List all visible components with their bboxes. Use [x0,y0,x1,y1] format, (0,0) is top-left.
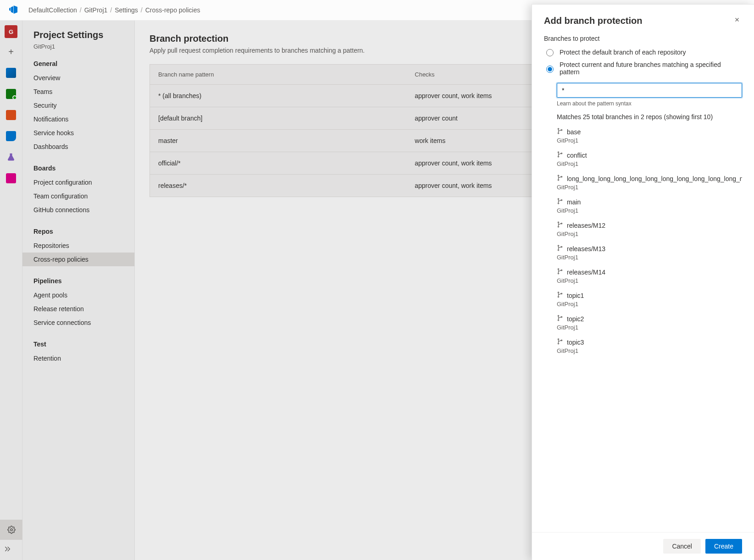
svg-point-26 [558,320,559,321]
svg-point-20 [558,273,559,274]
branch-name: conflict [567,152,587,159]
svg-point-22 [558,292,559,293]
breadcrumb-collection[interactable]: DefaultCollection [28,6,77,14]
repos-rail-icon[interactable] [4,108,18,122]
branch-match-item: topic2GitProj1 [557,315,742,331]
sidebar-item-team-configuration[interactable]: Team configuration [22,189,134,203]
svg-point-13 [558,222,559,223]
artifacts-rail-icon[interactable] [4,171,18,186]
branch-name: releases/M12 [567,222,605,229]
overview-rail-icon[interactable] [4,66,18,80]
sidebar-item-agent-pools[interactable]: Agent pools [22,288,134,302]
branch-repo: GitProj1 [557,347,742,354]
cell-pattern: [default branch] [150,107,407,130]
sidebar-item-release-retention[interactable]: Release retention [22,302,134,316]
sidebar-item-service-connections[interactable]: Service connections [22,316,134,329]
svg-point-0 [10,529,12,531]
sidebar-item-project-configuration[interactable]: Project configuration [22,176,134,189]
branch-name: releases/M14 [567,269,605,276]
azure-devops-logo-icon[interactable] [6,5,21,15]
svg-point-11 [558,203,559,204]
svg-point-28 [558,339,559,340]
branch-icon [557,315,563,323]
branch-icon [557,268,563,276]
svg-point-4 [558,152,559,153]
branch-repo: GitProj1 [557,277,742,284]
branch-icon [557,198,563,206]
svg-point-8 [558,180,559,181]
radio-pattern-input[interactable] [546,66,554,73]
expand-rail-icon[interactable] [0,542,15,556]
branch-repo: GitProj1 [557,324,742,331]
breadcrumb-project[interactable]: GitProj1 [84,6,108,14]
radio-default-branch-input[interactable] [546,49,554,56]
sidebar-item-service-hooks[interactable]: Service hooks [22,126,134,140]
add-icon[interactable]: + [4,44,18,59]
sidebar-group-header: Boards [33,165,134,172]
branch-name: releases/M13 [567,245,605,253]
cell-pattern: releases/* [150,175,407,197]
radio-pattern[interactable]: Protect current and future branches matc… [544,61,742,76]
branch-repo: GitProj1 [557,184,742,191]
sidebar-item-overview[interactable]: Overview [22,71,134,85]
branches-to-protect-label: Branches to protect [544,35,742,42]
settings-sidebar: Project Settings GitProj1 GeneralOvervie… [22,21,135,560]
sidebar-item-repositories[interactable]: Repositories [22,239,134,253]
svg-point-17 [558,250,559,251]
sidebar-group-header: Pipelines [33,277,134,285]
branch-name: topic1 [567,292,584,299]
sidebar-item-github-connections[interactable]: GitHub connections [22,203,134,217]
radio-default-branch[interactable]: Protect the default branch of each repos… [544,48,742,56]
svg-point-19 [558,269,559,269]
cell-pattern: * (all branches) [150,85,407,107]
match-summary: Matches 25 total branches in 2 repos (sh… [557,113,742,121]
cancel-button[interactable]: Cancel [663,539,701,554]
breadcrumb-page[interactable]: Cross-repo policies [145,6,200,14]
settings-rail-icon[interactable] [0,520,22,540]
close-icon[interactable] [732,15,742,27]
svg-point-1 [558,128,559,129]
sidebar-item-cross-repo-policies[interactable]: Cross-repo policies [22,253,134,266]
branch-icon [557,175,563,182]
sidebar-item-dashboards[interactable]: Dashboards [22,140,134,154]
branch-repo: GitProj1 [557,301,742,307]
branch-icon [557,245,563,253]
breadcrumb-section[interactable]: Settings [115,6,138,14]
test-plans-rail-icon[interactable] [4,150,18,165]
branch-match-item: releases/M14GitProj1 [557,268,742,284]
branch-icon [557,291,563,299]
branch-match-item: releases/M13GitProj1 [557,245,742,261]
sidebar-title: Project Settings [33,30,134,40]
add-branch-protection-panel: Add branch protection Branches to protec… [532,4,754,560]
branch-icon [557,128,563,136]
sidebar-item-teams[interactable]: Teams [22,85,134,99]
branch-match-item: mainGitProj1 [557,198,742,214]
branch-repo: GitProj1 [557,160,742,167]
sidebar-project-label: GitProj1 [33,43,134,50]
boards-rail-icon[interactable] [4,87,18,101]
sidebar-item-retention[interactable]: Retention [22,351,134,365]
svg-point-25 [558,315,559,316]
svg-point-7 [558,175,559,176]
pipelines-rail-icon[interactable] [4,129,18,143]
svg-point-29 [558,343,559,344]
cell-pattern: master [150,130,407,152]
cell-pattern: official/* [150,152,407,175]
create-button[interactable]: Create [705,539,742,554]
sidebar-item-notifications[interactable]: Notifications [22,112,134,126]
svg-point-14 [558,226,559,227]
pattern-syntax-help-link[interactable]: Learn about the pattern syntax [557,100,742,107]
pattern-input[interactable] [557,83,742,98]
branch-repo: GitProj1 [557,137,742,144]
branch-name: long_long_long_long_long_long_long_long_… [567,175,742,182]
sidebar-item-security[interactable]: Security [22,99,134,112]
branch-name: topic3 [567,339,584,346]
branch-repo: GitProj1 [557,207,742,214]
branch-icon [557,338,563,346]
col-pattern: Branch name pattern [150,65,407,85]
sidebar-group-header: Repos [33,228,134,235]
svg-point-5 [558,156,559,157]
project-avatar[interactable]: G [5,25,17,38]
breadcrumb: DefaultCollection / GitProj1 / Settings … [28,6,200,14]
svg-point-16 [558,245,559,246]
